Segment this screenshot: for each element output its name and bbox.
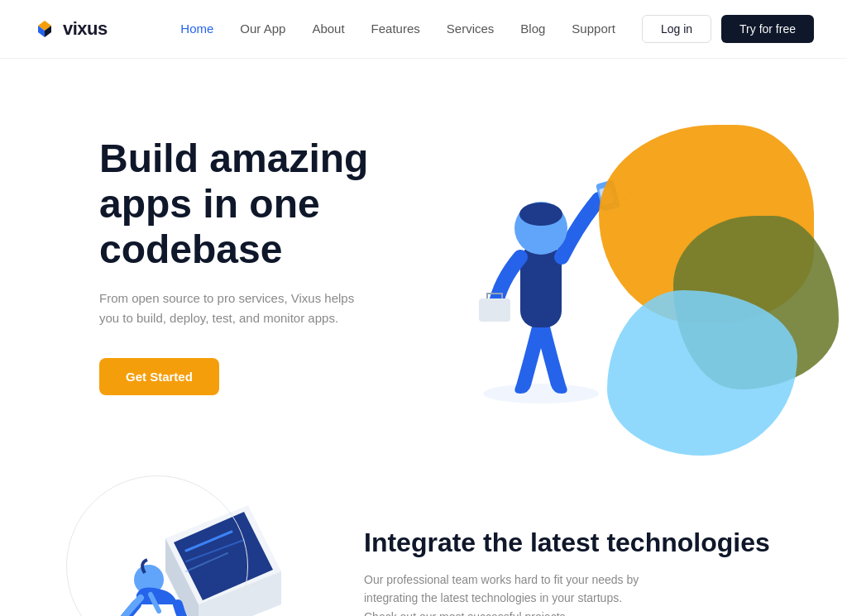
section2-content: Integrate the latest technologies Our pr… — [314, 527, 770, 616]
logo: vixus — [33, 17, 108, 41]
nav-services[interactable]: Services — [447, 21, 495, 36]
hero-title: Build amazing apps in one codebase — [99, 136, 447, 273]
section2-title: Integrate the latest technologies — [364, 527, 770, 558]
section2-illustration — [50, 472, 314, 616]
get-started-button[interactable]: Get Started — [99, 358, 219, 395]
nav-support[interactable]: Support — [572, 21, 615, 36]
nav-actions: Log in Try for free — [642, 15, 814, 43]
section2: Integrate the latest technologies Our pr… — [0, 456, 847, 616]
nav-our-app[interactable]: Our App — [240, 21, 285, 36]
nav-home[interactable]: Home — [180, 21, 213, 36]
blob-blue — [607, 290, 797, 456]
logo-text: vixus — [63, 18, 108, 40]
hero-section: Build amazing apps in one codebase From … — [0, 59, 847, 456]
try-free-button[interactable]: Try for free — [721, 15, 814, 43]
login-button[interactable]: Log in — [642, 15, 711, 43]
hero-content: Build amazing apps in one codebase From … — [99, 136, 447, 396]
section2-desc: Our professional team works hard to fit … — [364, 571, 645, 616]
nav-blog[interactable]: Blog — [520, 21, 545, 36]
svg-rect-2 — [479, 298, 510, 322]
nav-links: Home Our App About Features Services Blo… — [180, 21, 615, 36]
nav-features[interactable]: Features — [371, 21, 420, 36]
logo-icon — [33, 17, 56, 41]
navbar: vixus Home Our App About Features Servic… — [0, 0, 847, 59]
nav-about[interactable]: About — [312, 21, 344, 36]
blob-decoration — [549, 108, 847, 456]
hero-subtitle: From open source to pro services, Vixus … — [99, 289, 364, 328]
